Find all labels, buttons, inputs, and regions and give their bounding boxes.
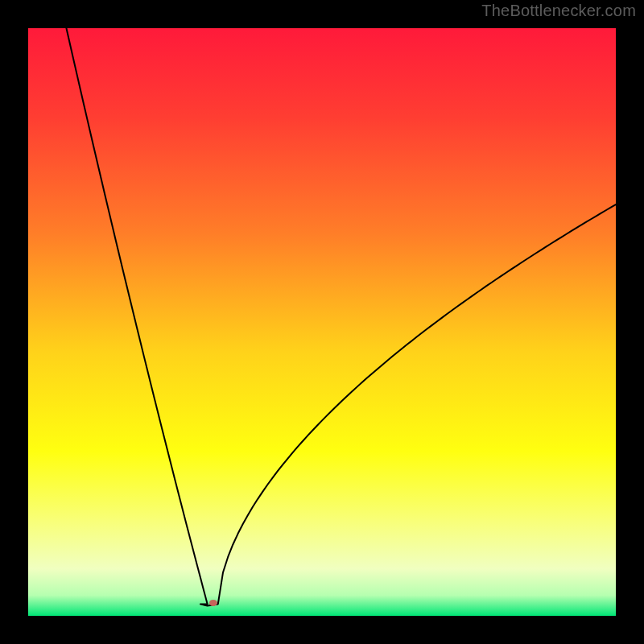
gradient-plane	[28, 28, 616, 616]
optimum-marker	[209, 600, 217, 606]
bottleneck-chart	[28, 28, 616, 616]
attribution-text: TheBottlenecker.com	[481, 2, 636, 20]
chart-frame: TheBottlenecker.com	[0, 0, 644, 644]
